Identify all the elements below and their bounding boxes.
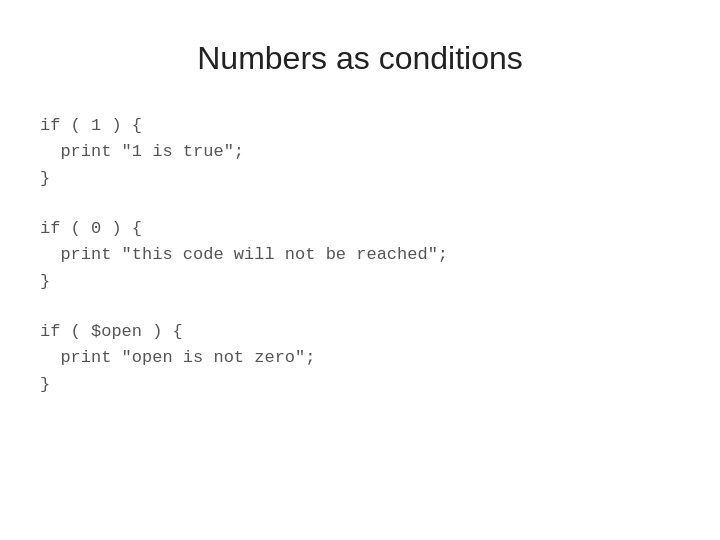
code-block-2: if ( 0 ) { print "this code will not be …	[40, 216, 680, 295]
code-line: if ( 1 ) {	[40, 113, 680, 139]
page-title: Numbers as conditions	[40, 40, 680, 77]
code-line: if ( 0 ) {	[40, 216, 680, 242]
code-line: }	[40, 372, 680, 398]
code-line: }	[40, 166, 680, 192]
code-block-3: if ( $open ) { print "open is not zero";…	[40, 319, 680, 398]
code-line: if ( $open ) {	[40, 319, 680, 345]
code-line: print "this code will not be reached";	[40, 242, 680, 268]
code-line: print "1 is true";	[40, 139, 680, 165]
code-block-1: if ( 1 ) { print "1 is true"; }	[40, 113, 680, 192]
code-line: }	[40, 269, 680, 295]
page: Numbers as conditions if ( 1 ) { print "…	[0, 0, 720, 540]
code-line: print "open is not zero";	[40, 345, 680, 371]
